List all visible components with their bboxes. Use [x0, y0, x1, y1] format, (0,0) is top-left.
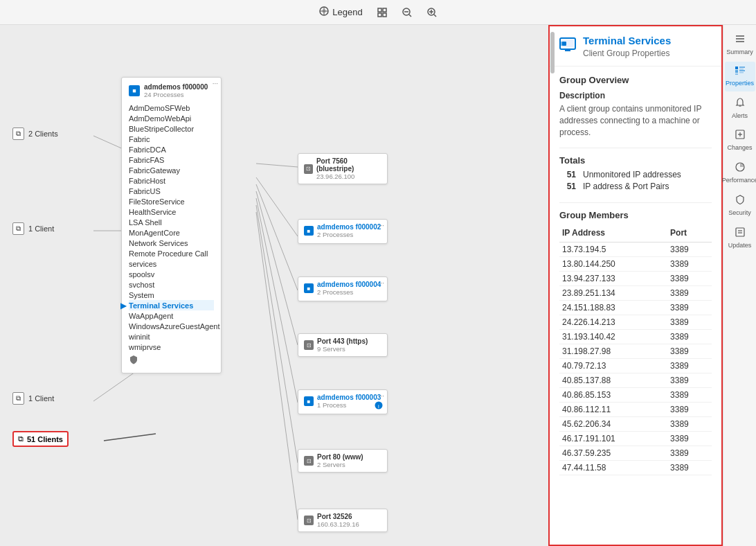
sidebar-item-alerts[interactable]: Alerts [725, 93, 755, 124]
client-icon-2: ⧉ [12, 222, 24, 235]
sidebar-item-summary[interactable]: Summary [725, 30, 755, 60]
process-item[interactable]: FileStoreService [129, 196, 214, 206]
legend-label: Legend [332, 7, 362, 17]
process-item[interactable]: BlueStripeCollector [129, 123, 214, 134]
client-node-2[interactable]: ⧉ 1 Client [12, 222, 54, 235]
table-row[interactable]: 45.62.206.343389 [559, 417, 712, 432]
summary-label: Summary [726, 49, 753, 56]
process-item[interactable]: AdmDemoSFWeb [129, 103, 214, 113]
process-item[interactable]: Fabric [129, 134, 214, 144]
graph-area[interactable]: ⧉ 2 Clients ⧉ 1 Client ⧉ 1 Client ⧉ 51 C… [0, 25, 548, 546]
sidebar-item-updates[interactable]: Updates [725, 222, 755, 254]
port-node-443[interactable]: ⊡ Port 443 (https) 9 Servers [298, 333, 388, 357]
col-ip: IP Address [559, 226, 667, 243]
zoom-out-button[interactable] [402, 7, 413, 18]
table-row[interactable]: 23.89.251.1343389 [559, 286, 712, 301]
properties-icon [735, 66, 746, 78]
process-item[interactable]: WindowsAzureGuestAgent [129, 321, 214, 331]
table-row[interactable]: 47.44.11.583389 [559, 461, 712, 475]
terminal-services-item[interactable]: Terminal Services ▶ [129, 300, 214, 310]
table-row[interactable]: 13.80.144.2503389 [559, 257, 712, 272]
process-item[interactable]: System [129, 290, 214, 300]
right-icon-f000003: ■ [304, 396, 314, 406]
table-row[interactable]: 40.79.72.133389 [559, 359, 712, 373]
ip-cell: 31.193.140.42 [559, 330, 667, 344]
process-item[interactable]: Network Services [129, 238, 214, 248]
table-row[interactable]: 13.94.237.1333389 [559, 272, 712, 286]
table-row[interactable]: 40.86.85.1533389 [559, 388, 712, 403]
svg-rect-49 [736, 228, 744, 236]
client-node-3[interactable]: ⧉ 1 Client [12, 392, 54, 405]
sidebar-item-performance[interactable]: Performance [725, 157, 755, 188]
right-node-f000004[interactable]: ■ admdemos f000004 2 Processes ··· [298, 276, 388, 301]
port-cell: 3389 [667, 417, 712, 432]
legend-button[interactable]: Legend [318, 6, 362, 19]
port-32526-name: Port 32526 [317, 513, 359, 520]
toolbar: Legend [0, 0, 756, 25]
fit-button[interactable] [377, 7, 388, 18]
process-item[interactable]: LSA Shell [129, 217, 214, 227]
svg-text:i: i [378, 403, 379, 410]
totals-label-1: Unmonitored IP addresses [583, 170, 681, 179]
ip-cell: 47.44.11.58 [559, 461, 667, 475]
ip-cell: 46.17.191.101 [559, 432, 667, 446]
process-item[interactable]: services [129, 258, 214, 269]
scrollbar-thumb[interactable] [550, 32, 555, 73]
port-node-80[interactable]: ⊡ Port 80 (www) 2 Servers [298, 449, 388, 473]
info-icon-f000003: i [375, 401, 383, 411]
svg-line-18 [104, 434, 156, 441]
zoom-in-button[interactable] [426, 7, 438, 18]
changes-icon [735, 129, 746, 143]
highlighted-client-box[interactable]: ⧉ 51 Clients [12, 431, 69, 447]
svg-rect-5 [383, 8, 386, 12]
svg-line-24 [256, 205, 298, 463]
ip-cell: 40.86.112.11 [559, 403, 667, 417]
process-item[interactable]: wininit [129, 331, 214, 342]
port-node-7560[interactable]: ⊡ Port 7560 (bluestripe) 23.96.26.100 [298, 153, 388, 184]
process-item[interactable]: WaAppAgent [129, 310, 214, 321]
port-80-sub: 2 Servers [317, 461, 363, 468]
table-row[interactable]: 24.151.188.833389 [559, 301, 712, 315]
process-item[interactable]: FabricUS [129, 186, 214, 196]
ip-cell: 31.198.27.98 [559, 344, 667, 359]
port-cell: 3389 [667, 403, 712, 417]
sidebar-item-security[interactable]: Security [725, 190, 755, 221]
security-icon [129, 355, 214, 367]
table-row[interactable]: 46.37.59.2353389 [559, 446, 712, 461]
process-item[interactable]: spoolsv [129, 269, 214, 279]
right-node-f000003[interactable]: ■ admdemos f000003 1 Process ··· i [298, 389, 388, 414]
sidebar-item-changes[interactable]: Changes [725, 125, 755, 156]
graph-lines [0, 25, 548, 546]
more-f000004: ··· [379, 279, 384, 287]
table-row[interactable]: 13.73.194.53389 [559, 243, 712, 257]
process-item[interactable]: MonAgentCore [129, 227, 214, 238]
right-node-f000002[interactable]: ■ admdemos f000002 2 Processes ··· [298, 219, 388, 244]
process-item[interactable]: HealthService [129, 206, 214, 217]
table-row[interactable]: 31.198.27.983389 [559, 344, 712, 359]
process-item[interactable]: FabricGateway [129, 165, 214, 175]
port-cell: 3389 [667, 388, 712, 403]
port-cell: 3389 [667, 359, 712, 373]
port-node-32526[interactable]: ⊡ Port 32526 160.63.129.16 [298, 509, 388, 532]
side-icons-panel: Summary Properties [723, 25, 756, 546]
table-row[interactable]: 40.85.137.883389 [559, 373, 712, 388]
updates-label: Updates [728, 242, 752, 249]
table-row[interactable]: 40.86.112.113389 [559, 403, 712, 417]
port-80-name: Port 80 (www) [317, 453, 363, 461]
process-item[interactable]: Remote Procedure Call [129, 248, 214, 258]
port-cell: 3389 [667, 461, 712, 475]
process-item[interactable]: FabricFAS [129, 155, 214, 165]
process-item[interactable]: FabricHost [129, 175, 214, 186]
table-row[interactable]: 24.226.14.2133389 [559, 315, 712, 330]
table-row[interactable]: 31.193.140.423389 [559, 330, 712, 344]
process-item[interactable]: FabricDCA [129, 144, 214, 155]
ip-cell: 40.79.72.13 [559, 359, 667, 373]
panel-header-text: Terminal Services Client Group Propertie… [583, 35, 671, 59]
process-item[interactable]: wmiprvse [129, 342, 214, 352]
sidebar-item-properties[interactable]: Properties [725, 62, 755, 91]
process-item[interactable]: svchost [129, 279, 214, 290]
table-row[interactable]: 46.17.191.1013389 [559, 432, 712, 446]
center-node-icon: ■ [129, 85, 140, 96]
client-node-1[interactable]: ⧉ 2 Clients [12, 127, 58, 140]
process-item[interactable]: AdmDemoWebApi [129, 113, 214, 123]
